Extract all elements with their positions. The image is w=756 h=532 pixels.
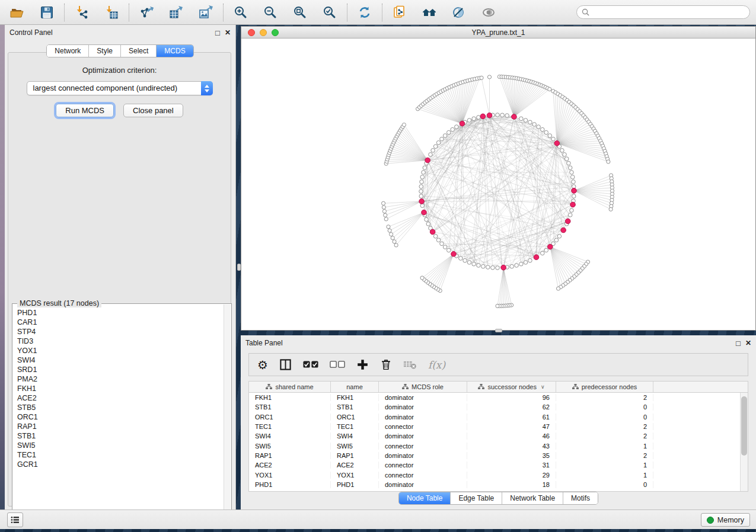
- column-header-MCDS-role[interactable]: MCDS role: [379, 382, 467, 392]
- graph-node[interactable]: [570, 175, 575, 180]
- mcds-result-item[interactable]: CAR1: [17, 318, 224, 327]
- vertical-split-handle[interactable]: [237, 264, 241, 271]
- graph-mcds-node[interactable]: [480, 114, 486, 119]
- float-panel-icon[interactable]: □: [736, 339, 741, 347]
- graph-node[interactable]: [607, 160, 610, 164]
- cell-shared-name[interactable]: SWI5: [249, 443, 331, 450]
- cell-name[interactable]: TEC1: [331, 423, 379, 430]
- cell-MCDS-role[interactable]: dominator: [379, 481, 467, 488]
- refresh-layout-icon[interactable]: [358, 5, 372, 20]
- graph-node[interactable]: [433, 145, 438, 149]
- cell-successor-nodes[interactable]: 61: [467, 414, 556, 421]
- network-file-icon[interactable]: [393, 5, 407, 20]
- graph-node[interactable]: [425, 217, 429, 222]
- table-row[interactable]: SWI5SWI5connector431: [249, 441, 740, 450]
- cell-MCDS-role[interactable]: dominator: [379, 452, 467, 459]
- function-builder-icon[interactable]: f(x): [428, 359, 445, 371]
- close-window-icon[interactable]: [248, 29, 255, 36]
- export-image-icon[interactable]: [199, 5, 213, 20]
- table-row[interactable]: STB1STB1dominator620: [249, 402, 740, 412]
- table-row[interactable]: PHD1PHD1dominator180: [249, 480, 740, 489]
- create-column-icon[interactable]: [356, 358, 369, 371]
- table-settings-gear-icon[interactable]: ⚙: [257, 359, 268, 371]
- graph-mcds-node[interactable]: [547, 244, 553, 249]
- graph-mcds-node[interactable]: [487, 113, 492, 118]
- table-row[interactable]: YOX1YOX1connector291: [249, 470, 740, 479]
- graph-node[interactable]: [446, 130, 451, 134]
- mcds-result-item[interactable]: PHD1: [17, 308, 224, 318]
- graph-node[interactable]: [426, 222, 430, 226]
- cell-name[interactable]: YOX1: [331, 472, 379, 479]
- cell-successor-nodes[interactable]: 47: [467, 423, 556, 430]
- column-header-predecessor-nodes[interactable]: predecessor nodes: [556, 382, 653, 392]
- graph-node[interactable]: [394, 243, 398, 247]
- cell-MCDS-role[interactable]: connector: [379, 443, 467, 450]
- cell-successor-nodes[interactable]: 62: [467, 403, 556, 411]
- graph-node[interactable]: [537, 125, 541, 129]
- cell-shared-name[interactable]: RAP1: [249, 452, 331, 459]
- graph-node[interactable]: [384, 217, 388, 221]
- mcds-result-item[interactable]: TEC1: [17, 450, 224, 460]
- graph-node[interactable]: [567, 161, 571, 165]
- cell-successor-nodes[interactable]: 18: [467, 481, 556, 488]
- tab-edge-table[interactable]: Edge Table: [450, 492, 502, 504]
- graph-node[interactable]: [431, 149, 435, 153]
- zoom-selected-icon[interactable]: [323, 5, 337, 20]
- graph-node[interactable]: [433, 235, 438, 239]
- mcds-result-item[interactable]: SWI5: [17, 441, 224, 450]
- graph-node[interactable]: [477, 116, 481, 120]
- graph-node[interactable]: [451, 127, 455, 132]
- table-row[interactable]: ACE2ACE2connector311: [249, 460, 740, 470]
- graph-node[interactable]: [572, 180, 576, 184]
- graph-node[interactable]: [420, 175, 425, 180]
- cell-MCDS-role[interactable]: connector: [379, 423, 467, 430]
- tab-network-table[interactable]: Network Table: [502, 492, 563, 504]
- graph-mcds-node[interactable]: [565, 219, 570, 224]
- cell-MCDS-role[interactable]: dominator: [379, 432, 467, 440]
- graph-node[interactable]: [556, 287, 560, 290]
- mcds-result-item[interactable]: SWI4: [17, 355, 224, 365]
- network-canvas[interactable]: [241, 39, 755, 330]
- graph-node[interactable]: [389, 232, 393, 236]
- cell-shared-name[interactable]: YOX1: [249, 472, 331, 479]
- graph-node[interactable]: [455, 125, 459, 129]
- cell-successor-nodes[interactable]: 31: [467, 462, 556, 469]
- run-mcds-button[interactable]: Run MCDS: [56, 104, 114, 117]
- graph-node[interactable]: [420, 204, 425, 208]
- float-panel-icon[interactable]: □: [215, 29, 220, 37]
- graph-mcds-node[interactable]: [534, 255, 539, 260]
- graph-node[interactable]: [429, 153, 433, 157]
- graph-node[interactable]: [519, 262, 524, 266]
- graph-node[interactable]: [481, 264, 486, 268]
- maximize-window-icon[interactable]: [272, 29, 279, 36]
- graph-node[interactable]: [551, 137, 556, 141]
- graph-node[interactable]: [557, 235, 562, 239]
- graph-node[interactable]: [563, 153, 567, 157]
- horizontal-split-handle[interactable]: [495, 329, 502, 332]
- cell-predecessor-nodes[interactable]: 2: [556, 394, 653, 401]
- graph-node[interactable]: [548, 87, 551, 91]
- graph-node[interactable]: [515, 264, 519, 268]
- cell-name[interactable]: FKH1: [331, 394, 379, 401]
- cell-predecessor-nodes[interactable]: 0: [556, 414, 653, 421]
- graph-node[interactable]: [560, 149, 564, 153]
- cell-MCDS-role[interactable]: dominator: [379, 414, 467, 421]
- graph-node[interactable]: [391, 236, 394, 240]
- graph-node[interactable]: [387, 225, 390, 229]
- cell-successor-nodes[interactable]: 35: [467, 452, 556, 459]
- mcds-result-item[interactable]: ACE2: [17, 393, 224, 403]
- graph-mcds-node[interactable]: [561, 227, 566, 233]
- mcds-result-list[interactable]: PHD1CAR1STP4TID3YOX1SWI4SRD1PMA2FKH1ACE2…: [13, 305, 224, 523]
- table-scrollbar[interactable]: [740, 393, 748, 491]
- column-header-name[interactable]: name: [331, 382, 379, 392]
- unselect-all-columns-icon[interactable]: [330, 361, 345, 368]
- mcds-result-item[interactable]: PMA2: [17, 374, 224, 384]
- column-header-successor-nodes[interactable]: successor nodes∨: [467, 382, 556, 392]
- cell-successor-nodes[interactable]: 29: [467, 472, 556, 479]
- graph-node[interactable]: [544, 130, 548, 134]
- table-row[interactable]: ORC1ORC1dominator610: [249, 412, 740, 422]
- graph-node[interactable]: [382, 210, 386, 213]
- graph-node[interactable]: [570, 171, 574, 175]
- tab-mcds[interactable]: MCDS: [156, 45, 193, 57]
- graph-node[interactable]: [422, 171, 426, 175]
